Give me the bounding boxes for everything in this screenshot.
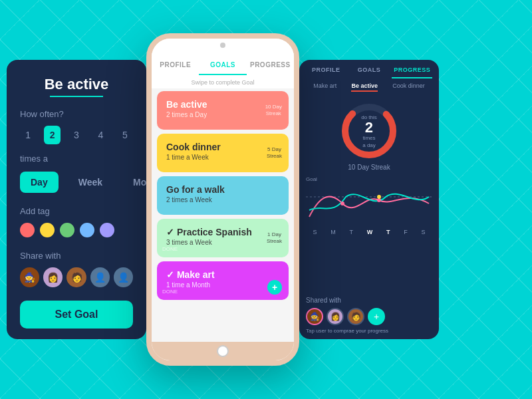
goal-title-cook-dinner: Cook dinner [166, 142, 279, 152]
day-t1: T [349, 229, 353, 235]
shared-with-title: Shared with [306, 297, 432, 304]
progress-circle-area: do this 2 times a day 10 Day Streak [299, 96, 439, 176]
title-underline [50, 96, 103, 97]
times-label: times a [20, 154, 133, 164]
goal-make-art[interactable]: ✓ Make art 1 time a Month DONE + [157, 261, 289, 300]
goal-sub-walk: 2 times a Week [166, 196, 279, 203]
streak-be-active: 10 DayStreak [265, 104, 282, 118]
left-panel: Be active How often? 1 2 3 4 5 times a D… [7, 60, 146, 339]
streak-spanish: 1 DayStreak [267, 231, 282, 245]
center-phone: PROFILE GOALS PROGRESS Swipe to complete… [146, 33, 299, 366]
right-tabs: PROFILE GOALS PROGRESS [299, 60, 439, 78]
tag-color-purple[interactable] [100, 223, 114, 237]
goal-nav-cook-dinner[interactable]: Cook dinner [392, 82, 425, 92]
goal-sub-art: 1 time a Month [166, 281, 279, 289]
shared-avatars: 🧙 👩 🧑 + [306, 308, 432, 325]
freq-5[interactable]: 5 [117, 126, 133, 144]
shared-avatar-3[interactable]: 🧑 [347, 308, 364, 325]
share-label: Share with [20, 251, 133, 261]
avatar-5[interactable]: 👤 [114, 267, 133, 287]
week-labels: S M T W T F S [306, 229, 432, 235]
right-tab-progress[interactable]: PROGRESS [392, 66, 432, 78]
right-panel: PROFILE GOALS PROGRESS Make art Be activ… [299, 60, 439, 339]
add-goal-button[interactable]: + [267, 280, 282, 295]
avatars-row: 🧙 👩 🧑 👤 👤 [20, 267, 133, 287]
goal-go-walk[interactable]: Go for a walk 2 times a Week [157, 176, 289, 215]
how-often-label: How often? [20, 109, 133, 119]
avatar-2[interactable]: 👩 [43, 267, 63, 287]
period-week[interactable]: Week [68, 172, 113, 193]
phone-home-button[interactable] [152, 342, 294, 360]
goals-list: Be active 2 times a Day 10 DayStreak Coo… [152, 88, 294, 342]
day-f: F [404, 229, 408, 235]
tag-color-red[interactable] [20, 223, 35, 237]
phone-notch [152, 39, 294, 52]
goal-sub-spanish: 3 times a Week [166, 239, 279, 246]
done-spanish: DONE [162, 246, 178, 252]
svg-point-5 [377, 195, 381, 199]
goal-title-be-active: Be active [166, 99, 279, 110]
tag-color-green[interactable] [60, 223, 74, 237]
left-panel-title: Be active [20, 76, 133, 93]
home-circle [217, 345, 229, 357]
svg-point-3 [340, 201, 344, 205]
goal-title-spanish: ✓ Practice Spanish [166, 227, 279, 237]
wave-chart [306, 184, 432, 223]
day-w: W [367, 229, 373, 235]
streak-label: 10 Day Streak [348, 164, 390, 171]
color-dots [20, 223, 133, 237]
goal-title-walk: Go for a walk [166, 184, 279, 195]
shared-avatar-2[interactable]: 👩 [327, 308, 344, 325]
period-day[interactable]: Day [20, 172, 59, 193]
avatar-4[interactable]: 👤 [90, 267, 110, 287]
goal-nav-make-art[interactable]: Make art [313, 82, 336, 92]
tab-profile[interactable]: PROFILE [152, 57, 199, 75]
chart-area: Goal S M T W T F S [299, 176, 439, 293]
day-m: M [331, 229, 336, 235]
add-tag-label: Add tag [20, 206, 133, 216]
done-art: DONE [162, 289, 178, 295]
goal-sub-be-active: 2 times a Day [166, 111, 279, 118]
donut-center: do this 2 times a day [361, 114, 377, 148]
tag-color-blue[interactable] [80, 223, 94, 237]
set-goal-button[interactable]: Set Goal [20, 301, 133, 329]
goal-be-active[interactable]: Be active 2 times a Day 10 DayStreak [157, 91, 289, 130]
shared-section: Shared with 🧙 👩 🧑 + Tap user to comprae … [299, 293, 439, 339]
freq-2[interactable]: 2 [44, 126, 60, 144]
goal-cook-dinner[interactable]: Cook dinner 1 time a Week 5 DayStreak [157, 134, 289, 172]
goal-nav: Make art Be active Cook dinner [299, 78, 439, 96]
donut-number: 2 [361, 120, 377, 135]
avatar-3[interactable]: 🧑 [66, 267, 86, 287]
donut-chart: do this 2 times a day [339, 101, 399, 161]
freq-1[interactable]: 1 [20, 126, 36, 144]
swipe-hint: Swipe to complete Goal [152, 75, 294, 88]
goal-practice-spanish[interactable]: ✓ Practice Spanish 3 times a Week 1 DayS… [157, 219, 289, 257]
freq-3[interactable]: 3 [68, 126, 84, 144]
goal-sub-cook-dinner: 1 time a Week [166, 154, 279, 161]
period-buttons: Day Week Month [20, 172, 133, 193]
goal-title-art: ✓ Make art [166, 269, 279, 280]
freq-4[interactable]: 4 [92, 126, 108, 144]
frequency-numbers: 1 2 3 4 5 [20, 126, 133, 144]
tab-progress[interactable]: PROGRESS [247, 57, 294, 75]
goal-line-label: Goal [306, 176, 432, 182]
phone-camera [220, 43, 225, 48]
goal-nav-be-active[interactable]: Be active [351, 82, 378, 92]
add-shared-button[interactable]: + [368, 308, 385, 325]
tab-goals[interactable]: GOALS [199, 57, 246, 75]
right-tab-goals[interactable]: GOALS [349, 66, 390, 78]
tag-color-yellow[interactable] [40, 223, 55, 237]
phone-tabs: PROFILE GOALS PROGRESS [152, 52, 294, 75]
donut-label-times: times [361, 135, 377, 141]
phone-content: PROFILE GOALS PROGRESS Swipe to complete… [152, 52, 294, 342]
shared-avatar-1[interactable]: 🧙 [306, 308, 323, 325]
right-tab-profile[interactable]: PROFILE [306, 66, 346, 78]
streak-cook-dinner: 5 DayStreak [267, 146, 282, 160]
tap-hint: Tap user to comprae your progress [306, 328, 432, 334]
avatar-1[interactable]: 🧙 [20, 267, 39, 287]
donut-label-day: a day [361, 142, 377, 148]
day-t2: T [386, 229, 390, 235]
day-s2: S [422, 229, 426, 235]
day-s1: S [313, 229, 317, 235]
